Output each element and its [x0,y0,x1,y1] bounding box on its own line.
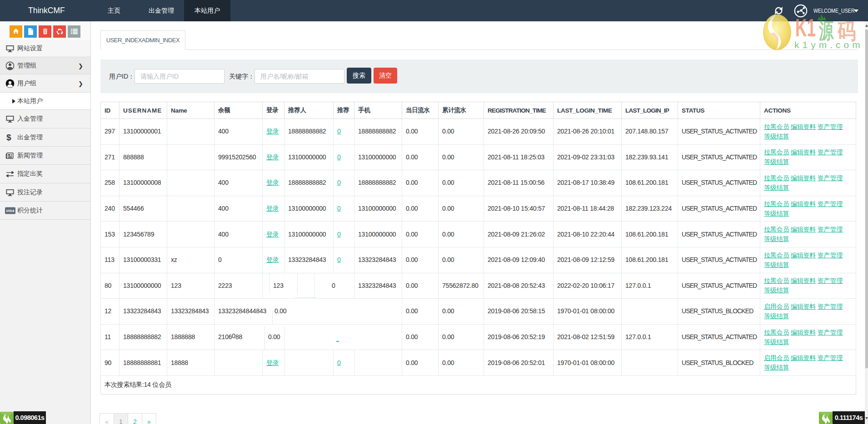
svg-text:K1: K1 [795,13,816,42]
svg-text:k1ym.com: k1ym.com [794,39,863,50]
